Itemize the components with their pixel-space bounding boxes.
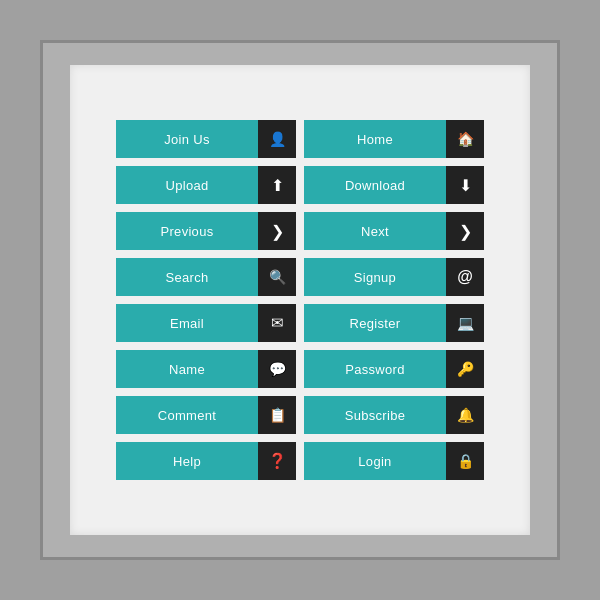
icon-upload <box>258 166 296 204</box>
button-register[interactable]: Register <box>304 304 484 342</box>
btn-label-comment: Comment <box>116 396 258 434</box>
icon-register <box>446 304 484 342</box>
outer-frame: Join Us Home Upload Download Previous Ne… <box>40 40 560 560</box>
btn-label-name: Name <box>116 350 258 388</box>
icon-next <box>446 212 484 250</box>
btn-label-subscribe: Subscribe <box>304 396 446 434</box>
button-help[interactable]: Help <box>116 442 296 480</box>
button-home[interactable]: Home <box>304 120 484 158</box>
button-grid: Join Us Home Upload Download Previous Ne… <box>96 100 504 500</box>
btn-label-register: Register <box>304 304 446 342</box>
button-login[interactable]: Login <box>304 442 484 480</box>
button-upload[interactable]: Upload <box>116 166 296 204</box>
button-next[interactable]: Next <box>304 212 484 250</box>
btn-label-download: Download <box>304 166 446 204</box>
icon-help <box>258 442 296 480</box>
icon-join <box>258 120 296 158</box>
button-password[interactable]: Password <box>304 350 484 388</box>
btn-label-search: Search <box>116 258 258 296</box>
btn-label-upload: Upload <box>116 166 258 204</box>
icon-subscribe <box>446 396 484 434</box>
icon-home <box>446 120 484 158</box>
btn-label-prev: Previous <box>116 212 258 250</box>
button-search[interactable]: Search <box>116 258 296 296</box>
icon-download <box>446 166 484 204</box>
btn-label-email: Email <box>116 304 258 342</box>
icon-email <box>258 304 296 342</box>
btn-label-next: Next <box>304 212 446 250</box>
icon-search <box>258 258 296 296</box>
icon-prev <box>258 212 296 250</box>
icon-login <box>446 442 484 480</box>
btn-label-login: Login <box>304 442 446 480</box>
btn-label-home: Home <box>304 120 446 158</box>
button-join[interactable]: Join Us <box>116 120 296 158</box>
button-subscribe[interactable]: Subscribe <box>304 396 484 434</box>
icon-password <box>446 350 484 388</box>
inner-card: Join Us Home Upload Download Previous Ne… <box>70 65 530 535</box>
icon-name <box>258 350 296 388</box>
button-comment[interactable]: Comment <box>116 396 296 434</box>
btn-label-signup: Signup <box>304 258 446 296</box>
button-prev[interactable]: Previous <box>116 212 296 250</box>
button-name[interactable]: Name <box>116 350 296 388</box>
btn-label-join: Join Us <box>116 120 258 158</box>
button-download[interactable]: Download <box>304 166 484 204</box>
button-signup[interactable]: Signup <box>304 258 484 296</box>
icon-comment <box>258 396 296 434</box>
btn-label-help: Help <box>116 442 258 480</box>
button-email[interactable]: Email <box>116 304 296 342</box>
icon-signup <box>446 258 484 296</box>
btn-label-password: Password <box>304 350 446 388</box>
